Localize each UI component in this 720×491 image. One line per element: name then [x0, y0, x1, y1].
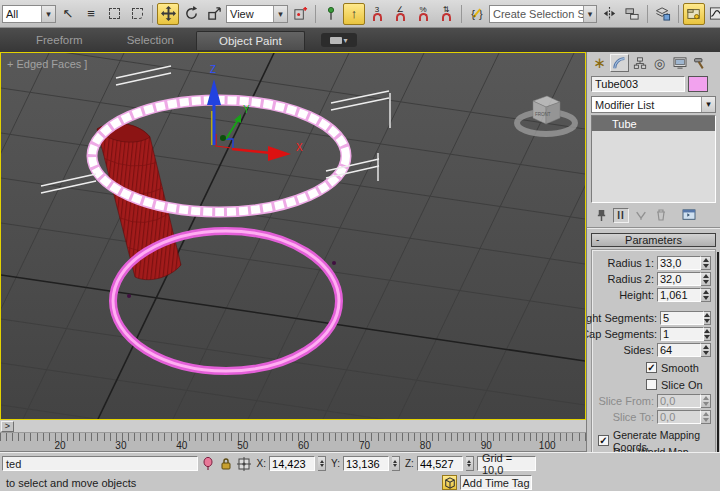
display-icon: [673, 57, 687, 69]
generate-mapping-checkbox[interactable]: ✓: [598, 435, 609, 446]
modifier-list-label: Modifier List: [595, 99, 654, 111]
select-and-rotate-button[interactable]: [180, 3, 202, 25]
select-and-manipulate-button[interactable]: [320, 3, 342, 25]
radius2-spinner[interactable]: [701, 272, 711, 286]
spinner-snap-icon: ⇅: [442, 6, 451, 21]
selection-filter-dropdown[interactable]: All ▾: [2, 5, 56, 23]
modifier-stack[interactable]: Tube: [591, 115, 716, 203]
select-object-button[interactable]: ↖: [57, 3, 79, 25]
y-coord-field[interactable]: [343, 456, 389, 471]
radius2-field[interactable]: [657, 272, 701, 286]
make-unique-button[interactable]: [633, 208, 649, 223]
axis-z-label: Z: [210, 64, 216, 75]
z-coord-spinner[interactable]: [466, 456, 474, 471]
edit-named-selection-sets-button[interactable]: {}: [466, 3, 488, 25]
x-coord-field[interactable]: [269, 456, 315, 471]
use-pivot-point-center-button[interactable]: [289, 3, 311, 25]
ribbon-config-button[interactable]: ▾: [321, 33, 357, 47]
trackbar-number: 70: [359, 440, 370, 451]
percent-snap-toggle-button[interactable]: %: [412, 3, 434, 25]
object-name-field[interactable]: [591, 76, 685, 92]
tab-modify[interactable]: [610, 54, 629, 72]
y-coord-spinner[interactable]: [392, 456, 400, 471]
tab-utilities[interactable]: [690, 54, 709, 72]
radius1-spinner[interactable]: [701, 256, 711, 270]
align-button[interactable]: [621, 3, 643, 25]
isolate-selection-button[interactable]: [201, 456, 216, 471]
angle-snap-toggle-button[interactable]: ∠: [389, 3, 411, 25]
status-bar: ted X: Y: Z: Grid = 10,0 to select and m…: [0, 452, 720, 491]
sides-spinner[interactable]: [701, 343, 711, 357]
sides-field[interactable]: [657, 343, 701, 357]
toggle-layer-explorer-button[interactable]: [683, 3, 705, 25]
height-segments-field[interactable]: [660, 311, 704, 325]
cap-segments-spinner[interactable]: [704, 327, 711, 341]
named-selection-sets-icon: {}: [471, 8, 482, 20]
chevron-down-icon: ▾: [701, 97, 715, 112]
tab-create[interactable]: ∗: [590, 54, 609, 72]
select-by-name-button[interactable]: ≡: [80, 3, 102, 25]
rectangular-selection-region-button[interactable]: [103, 3, 125, 25]
coordinate-system-value: View: [230, 8, 254, 20]
absolute-mode-transform-button[interactable]: [237, 456, 252, 471]
z-coord-field[interactable]: [417, 456, 463, 471]
height-segments-row: Height Segments:: [596, 310, 711, 325]
ribbon-panel-icon: [330, 37, 342, 44]
select-and-move-button[interactable]: [157, 3, 179, 25]
slice-to-row: Slice To:: [596, 409, 711, 424]
snap-toggle-3d-button[interactable]: 3: [366, 3, 388, 25]
tab-selection[interactable]: Selection: [105, 31, 196, 49]
viewcube[interactable]: FRONT: [517, 96, 575, 134]
mirror-button[interactable]: [598, 3, 620, 25]
parameters-rollout-header[interactable]: - Parameters: [591, 233, 716, 247]
slice-to-label: Slice To:: [613, 411, 654, 423]
stack-item-tube[interactable]: Tube: [592, 116, 715, 131]
cap-segments-field[interactable]: [660, 327, 704, 341]
select-cursor-icon: ↖: [63, 6, 74, 21]
radius1-field[interactable]: [657, 256, 701, 270]
show-end-result-button[interactable]: II: [613, 208, 629, 223]
curve-editor-button[interactable]: [706, 3, 720, 25]
isolate-toggle-button[interactable]: [442, 475, 457, 490]
perspective-viewport[interactable]: Z X Y FRONT + Edged Faces ]: [0, 52, 586, 420]
x-coord-spinner[interactable]: [318, 456, 326, 471]
modifier-list-dropdown[interactable]: Modifier List ▾: [591, 96, 716, 113]
spinner-snap-toggle-button[interactable]: ⇅: [435, 3, 457, 25]
configure-modifier-sets-button[interactable]: [681, 208, 697, 223]
named-selection-set-dropdown[interactable]: Create Selection Se ▾: [489, 5, 597, 23]
object-color-swatch[interactable]: [688, 76, 708, 92]
next-frame-button[interactable]: >: [1, 421, 14, 432]
slice-to-spinner: [701, 410, 711, 424]
height-segments-spinner[interactable]: [704, 311, 711, 325]
paint-selection-region-button[interactable]: [126, 3, 148, 25]
keyboard-shortcut-override-button[interactable]: ↑: [343, 3, 365, 25]
viewport-label[interactable]: + Edged Faces ]: [7, 58, 87, 70]
layer-manager-button[interactable]: [652, 3, 674, 25]
height-spinner[interactable]: [701, 288, 711, 302]
tab-freeform[interactable]: Freeform: [14, 31, 105, 49]
selection-lock-toggle[interactable]: [219, 456, 234, 471]
tab-object-paint[interactable]: Object Paint: [196, 31, 305, 50]
snap-3d-icon: 3: [373, 6, 382, 21]
tab-display[interactable]: [670, 54, 689, 72]
pivot-center-icon: [293, 6, 308, 21]
show-end-result-icon: II: [617, 210, 625, 221]
parameters-title: Parameters: [625, 234, 682, 246]
tab-motion[interactable]: ◎: [650, 54, 669, 72]
smooth-checkbox[interactable]: ✓: [646, 362, 657, 373]
slice-on-checkbox[interactable]: [646, 379, 657, 390]
remove-modifier-button[interactable]: [653, 208, 669, 223]
add-time-tag[interactable]: Add Time Tag: [460, 475, 532, 490]
trackbar-ticks: [0, 433, 586, 441]
create-icon: ∗: [593, 54, 606, 72]
time-slider[interactable]: >: [0, 420, 586, 433]
trackbar-number: 80: [420, 440, 431, 451]
rollout-scroll-gutter[interactable]: [717, 252, 719, 453]
pin-stack-button[interactable]: [593, 208, 609, 223]
reference-coordinate-system-dropdown[interactable]: View ▾: [226, 5, 288, 23]
track-bar[interactable]: 2030405060708090100: [0, 433, 586, 452]
height-segments-label: Height Segments:: [586, 312, 657, 324]
height-field[interactable]: [657, 288, 701, 302]
select-and-scale-button[interactable]: [203, 3, 225, 25]
tab-hierarchy[interactable]: [630, 54, 649, 72]
